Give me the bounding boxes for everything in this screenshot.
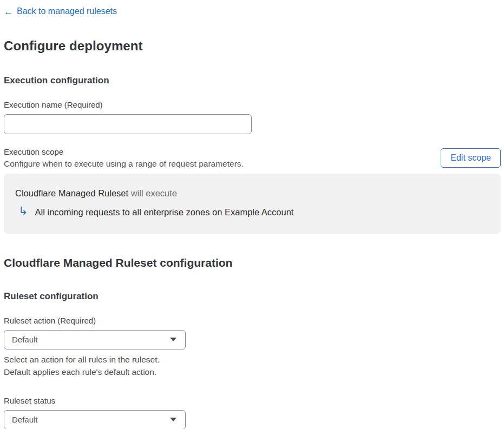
execution-scope-row: Execution scope Configure when to execut…	[4, 147, 501, 169]
ruleset-action-select[interactable]: Default	[4, 330, 186, 349]
page-title: Configure deployment	[4, 38, 501, 54]
ruleset-action-label: Ruleset action (Required)	[4, 316, 501, 325]
configure-deployment-page: ← Back to managed rulesets Configure dep…	[0, 0, 504, 429]
dropdown-caret-icon	[170, 418, 176, 421]
ruleset-action-help-line: Select an action for all rules in the ru…	[4, 353, 501, 366]
summary-ruleset-name: Cloudflare Managed Ruleset	[15, 188, 128, 198]
execution-scope-label: Execution scope	[4, 147, 244, 156]
execution-configuration-heading: Execution configuration	[4, 75, 501, 86]
execution-scope-description: Configure when to execute using a range …	[4, 159, 244, 169]
edit-scope-button[interactable]: Edit scope	[441, 148, 501, 168]
execution-summary-panel: Cloudflare Managed Ruleset will execute …	[4, 174, 501, 234]
ruleset-action-help: Select an action for all rules in the ru…	[4, 353, 501, 378]
back-to-managed-rulesets-link[interactable]: ← Back to managed rulesets	[4, 6, 117, 16]
ruleset-configuration-subheading: Ruleset configuration	[4, 291, 501, 302]
back-link-label: Back to managed rulesets	[17, 6, 117, 16]
summary-scope-detail: All incoming requests to all enterprise …	[35, 206, 294, 217]
summary-heading: Cloudflare Managed Ruleset will execute	[15, 188, 489, 199]
dropdown-caret-icon	[170, 338, 176, 341]
execution-name-input[interactable]	[4, 114, 252, 134]
summary-will-execute: will execute	[128, 188, 177, 198]
ruleset-configuration-section-heading: Cloudflare Managed Ruleset configuration	[4, 256, 501, 269]
back-arrow-icon: ←	[4, 7, 13, 16]
summary-scope-line: ↳ All incoming requests to all enterpris…	[15, 206, 489, 217]
execution-name-label: Execution name (Required)	[4, 100, 501, 109]
ruleset-status-selected-value: Default	[12, 415, 38, 424]
ruleset-status-select[interactable]: Default	[4, 410, 186, 429]
branch-arrow-icon: ↳	[18, 205, 28, 216]
ruleset-status-label: Ruleset status	[4, 396, 501, 405]
ruleset-action-selected-value: Default	[12, 335, 38, 344]
ruleset-action-help-line: Default applies each rule's default acti…	[4, 366, 501, 378]
